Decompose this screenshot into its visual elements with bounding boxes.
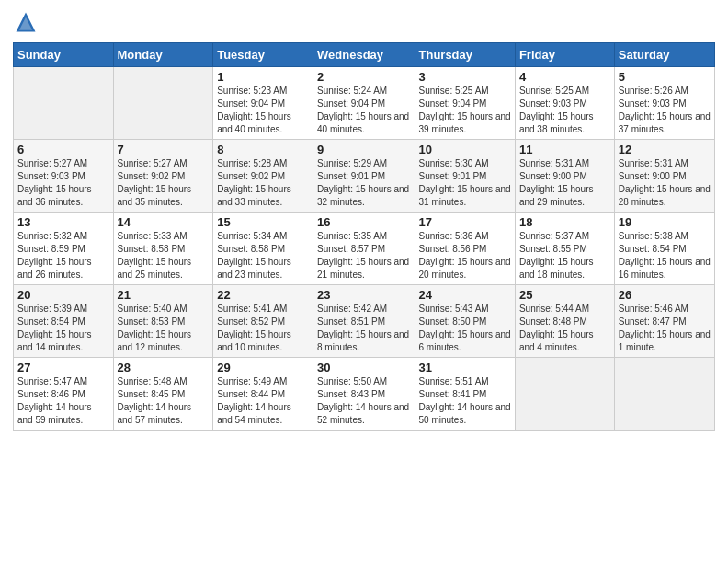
logo-icon — [13, 9, 39, 35]
weekday-header-sunday: Sunday — [14, 43, 114, 67]
day-info: Sunrise: 5:37 AM Sunset: 8:55 PM Dayligh… — [519, 230, 610, 282]
calendar-cell: 31Sunrise: 5:51 AM Sunset: 8:41 PM Dayli… — [415, 358, 515, 431]
calendar-cell: 6Sunrise: 5:27 AM Sunset: 9:03 PM Daylig… — [14, 140, 114, 213]
week-row-5: 27Sunrise: 5:47 AM Sunset: 8:46 PM Dayli… — [14, 358, 715, 431]
day-number: 25 — [519, 288, 610, 302]
logo — [13, 9, 40, 35]
day-number: 18 — [519, 215, 610, 229]
calendar-cell: 15Sunrise: 5:34 AM Sunset: 8:58 PM Dayli… — [213, 213, 313, 285]
week-row-2: 6Sunrise: 5:27 AM Sunset: 9:03 PM Daylig… — [14, 140, 715, 213]
calendar-cell — [14, 67, 114, 140]
day-info: Sunrise: 5:39 AM Sunset: 8:54 PM Dayligh… — [17, 303, 109, 354]
calendar-cell: 25Sunrise: 5:44 AM Sunset: 8:48 PM Dayli… — [515, 285, 614, 358]
day-info: Sunrise: 5:44 AM Sunset: 8:48 PM Dayligh… — [519, 303, 610, 354]
calendar-cell: 2Sunrise: 5:24 AM Sunset: 9:04 PM Daylig… — [313, 67, 415, 140]
day-info: Sunrise: 5:25 AM Sunset: 9:03 PM Dayligh… — [519, 85, 610, 136]
day-info: Sunrise: 5:28 AM Sunset: 9:02 PM Dayligh… — [217, 157, 309, 209]
calendar-cell: 7Sunrise: 5:27 AM Sunset: 9:02 PM Daylig… — [113, 140, 213, 213]
day-info: Sunrise: 5:31 AM Sunset: 9:00 PM Dayligh… — [519, 157, 610, 209]
day-info: Sunrise: 5:41 AM Sunset: 8:52 PM Dayligh… — [217, 303, 309, 354]
day-info: Sunrise: 5:35 AM Sunset: 8:57 PM Dayligh… — [317, 230, 410, 282]
day-info: Sunrise: 5:36 AM Sunset: 8:56 PM Dayligh… — [419, 230, 511, 282]
calendar-cell — [614, 358, 714, 431]
day-number: 17 — [419, 215, 511, 229]
week-row-1: 1Sunrise: 5:23 AM Sunset: 9:04 PM Daylig… — [14, 67, 715, 140]
calendar-cell: 18Sunrise: 5:37 AM Sunset: 8:55 PM Dayli… — [515, 213, 614, 285]
day-number: 21 — [118, 288, 210, 302]
calendar-cell — [113, 67, 213, 140]
calendar-cell: 30Sunrise: 5:50 AM Sunset: 8:43 PM Dayli… — [313, 358, 415, 431]
weekday-header-wednesday: Wednesday — [313, 43, 415, 67]
day-info: Sunrise: 5:25 AM Sunset: 9:04 PM Dayligh… — [419, 85, 511, 136]
day-info: Sunrise: 5:34 AM Sunset: 8:58 PM Dayligh… — [217, 230, 309, 282]
day-number: 29 — [217, 361, 309, 374]
day-number: 4 — [519, 70, 610, 84]
calendar-cell: 10Sunrise: 5:30 AM Sunset: 9:01 PM Dayli… — [415, 140, 515, 213]
header — [13, 9, 715, 35]
calendar-cell: 12Sunrise: 5:31 AM Sunset: 9:00 PM Dayli… — [614, 140, 714, 213]
weekday-header-saturday: Saturday — [614, 43, 714, 67]
calendar-cell: 19Sunrise: 5:38 AM Sunset: 8:54 PM Dayli… — [614, 213, 714, 285]
day-number: 8 — [217, 143, 309, 156]
calendar-cell: 8Sunrise: 5:28 AM Sunset: 9:02 PM Daylig… — [213, 140, 313, 213]
calendar-cell: 28Sunrise: 5:48 AM Sunset: 8:45 PM Dayli… — [113, 358, 213, 431]
day-number: 16 — [317, 215, 410, 229]
day-number: 5 — [619, 70, 711, 84]
day-info: Sunrise: 5:29 AM Sunset: 9:01 PM Dayligh… — [317, 157, 410, 209]
day-info: Sunrise: 5:47 AM Sunset: 8:46 PM Dayligh… — [17, 375, 109, 427]
day-info: Sunrise: 5:24 AM Sunset: 9:04 PM Dayligh… — [317, 85, 410, 136]
weekday-header-tuesday: Tuesday — [213, 43, 313, 67]
day-info: Sunrise: 5:43 AM Sunset: 8:50 PM Dayligh… — [419, 303, 511, 354]
calendar-cell: 16Sunrise: 5:35 AM Sunset: 8:57 PM Dayli… — [313, 213, 415, 285]
day-number: 24 — [419, 288, 511, 302]
day-number: 13 — [17, 215, 109, 229]
day-number: 20 — [17, 288, 109, 302]
day-number: 3 — [419, 70, 511, 84]
calendar-cell: 3Sunrise: 5:25 AM Sunset: 9:04 PM Daylig… — [415, 67, 515, 140]
day-number: 1 — [217, 70, 309, 84]
day-info: Sunrise: 5:48 AM Sunset: 8:45 PM Dayligh… — [118, 375, 210, 427]
calendar-cell: 11Sunrise: 5:31 AM Sunset: 9:00 PM Dayli… — [515, 140, 614, 213]
day-info: Sunrise: 5:46 AM Sunset: 8:47 PM Dayligh… — [619, 303, 711, 354]
day-number: 7 — [118, 143, 210, 156]
calendar-cell: 24Sunrise: 5:43 AM Sunset: 8:50 PM Dayli… — [415, 285, 515, 358]
day-info: Sunrise: 5:40 AM Sunset: 8:53 PM Dayligh… — [118, 303, 210, 354]
day-number: 12 — [619, 143, 711, 156]
calendar-table: SundayMondayTuesdayWednesdayThursdayFrid… — [13, 42, 715, 431]
day-info: Sunrise: 5:38 AM Sunset: 8:54 PM Dayligh… — [619, 230, 711, 282]
day-info: Sunrise: 5:30 AM Sunset: 9:01 PM Dayligh… — [419, 157, 511, 209]
day-info: Sunrise: 5:27 AM Sunset: 9:03 PM Dayligh… — [17, 157, 109, 209]
day-number: 19 — [619, 215, 711, 229]
week-row-4: 20Sunrise: 5:39 AM Sunset: 8:54 PM Dayli… — [14, 285, 715, 358]
calendar-cell: 14Sunrise: 5:33 AM Sunset: 8:58 PM Dayli… — [113, 213, 213, 285]
day-number: 2 — [317, 70, 410, 84]
calendar-cell: 4Sunrise: 5:25 AM Sunset: 9:03 PM Daylig… — [515, 67, 614, 140]
day-number: 6 — [17, 143, 109, 156]
day-number: 30 — [317, 361, 410, 374]
weekday-header-thursday: Thursday — [415, 43, 515, 67]
calendar-cell — [515, 358, 614, 431]
day-number: 10 — [419, 143, 511, 156]
weekday-header-row: SundayMondayTuesdayWednesdayThursdayFrid… — [14, 43, 715, 67]
day-number: 23 — [317, 288, 410, 302]
day-number: 27 — [17, 361, 109, 374]
week-row-3: 13Sunrise: 5:32 AM Sunset: 8:59 PM Dayli… — [14, 213, 715, 285]
weekday-header-monday: Monday — [113, 43, 213, 67]
page: SundayMondayTuesdayWednesdayThursdayFrid… — [0, 0, 728, 563]
day-info: Sunrise: 5:42 AM Sunset: 8:51 PM Dayligh… — [317, 303, 410, 354]
day-info: Sunrise: 5:31 AM Sunset: 9:00 PM Dayligh… — [619, 157, 711, 209]
calendar-cell: 17Sunrise: 5:36 AM Sunset: 8:56 PM Dayli… — [415, 213, 515, 285]
day-info: Sunrise: 5:27 AM Sunset: 9:02 PM Dayligh… — [118, 157, 210, 209]
calendar-cell: 21Sunrise: 5:40 AM Sunset: 8:53 PM Dayli… — [113, 285, 213, 358]
day-info: Sunrise: 5:50 AM Sunset: 8:43 PM Dayligh… — [317, 375, 410, 427]
calendar-cell: 27Sunrise: 5:47 AM Sunset: 8:46 PM Dayli… — [14, 358, 114, 431]
day-number: 15 — [217, 215, 309, 229]
day-info: Sunrise: 5:33 AM Sunset: 8:58 PM Dayligh… — [118, 230, 210, 282]
calendar-cell: 22Sunrise: 5:41 AM Sunset: 8:52 PM Dayli… — [213, 285, 313, 358]
calendar-cell: 13Sunrise: 5:32 AM Sunset: 8:59 PM Dayli… — [14, 213, 114, 285]
weekday-header-friday: Friday — [515, 43, 614, 67]
calendar-cell: 29Sunrise: 5:49 AM Sunset: 8:44 PM Dayli… — [213, 358, 313, 431]
calendar-cell: 20Sunrise: 5:39 AM Sunset: 8:54 PM Dayli… — [14, 285, 114, 358]
day-number: 11 — [519, 143, 610, 156]
day-number: 22 — [217, 288, 309, 302]
